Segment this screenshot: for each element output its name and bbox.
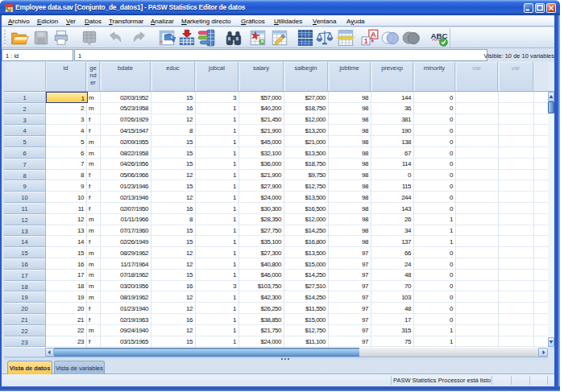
svg-text:A: A (371, 31, 376, 39)
svg-text:1: 1 (364, 37, 368, 45)
